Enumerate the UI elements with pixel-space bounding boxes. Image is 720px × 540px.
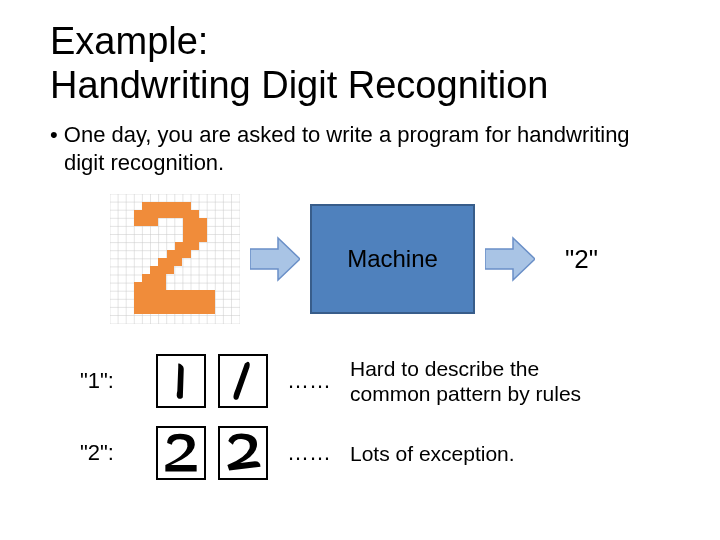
arrow-right-icon [485, 236, 535, 282]
machine-box: Machine [310, 204, 475, 314]
svg-rect-37 [134, 218, 158, 226]
example-1-label: "1": [80, 368, 140, 394]
example-1-note: Hard to describe the common pattern by r… [350, 356, 620, 406]
example-2-note: Lots of exception. [350, 441, 515, 466]
title-line-1: Example: [50, 20, 208, 62]
svg-rect-42 [158, 258, 182, 266]
bullet-point: One day, you are asked to write a progra… [50, 121, 670, 176]
svg-rect-43 [150, 266, 174, 274]
diagram-row: Machine "2" [110, 194, 670, 324]
svg-rect-35 [142, 202, 191, 210]
handwritten-two-sample [156, 426, 206, 480]
svg-rect-41 [167, 250, 191, 258]
svg-rect-44 [142, 274, 166, 282]
ellipsis: …… [284, 440, 334, 466]
svg-rect-47 [134, 306, 215, 314]
example-row-2: "2": …… Lots of exception. [80, 426, 670, 480]
svg-rect-39 [183, 234, 207, 242]
handwritten-one-sample [156, 354, 206, 408]
svg-rect-46 [134, 290, 215, 306]
title-line-2: Handwriting Digit Recognition [50, 64, 548, 106]
handwritten-two-sample [218, 426, 268, 480]
arrow-right-icon [250, 236, 300, 282]
slide-title: Example: Handwriting Digit Recognition [50, 20, 670, 107]
svg-rect-38 [183, 218, 207, 234]
ellipsis: …… [284, 368, 334, 394]
svg-rect-45 [134, 282, 166, 290]
output-label: "2" [565, 244, 598, 275]
example-2-label: "2": [80, 440, 140, 466]
pixel-grid-digit-two [110, 194, 240, 324]
machine-label: Machine [347, 245, 438, 273]
example-row-1: "1": …… Hard to describe the common patt… [80, 354, 670, 408]
svg-rect-40 [175, 242, 199, 250]
svg-rect-36 [134, 210, 199, 218]
handwritten-one-sample [218, 354, 268, 408]
